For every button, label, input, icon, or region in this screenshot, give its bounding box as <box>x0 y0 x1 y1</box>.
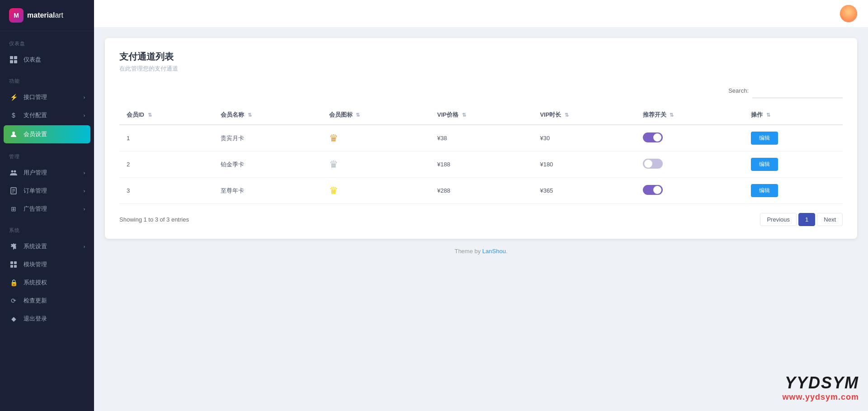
module-icon <box>9 260 18 269</box>
section-label-system: 系统 <box>0 218 94 237</box>
sidebar-item-logout[interactable]: ◆ 退出登录 <box>0 310 94 328</box>
svg-point-6 <box>14 170 16 173</box>
main-content: 支付通道列表 在此管理您的支付通道 Search: 会员ID ⇅ 会员名称 <box>94 0 868 411</box>
cell-action: 编辑 <box>744 178 843 204</box>
sidebar-item-module-manage[interactable]: 模块管理 <box>0 255 94 274</box>
sidebar-item-user-manage[interactable]: 用户管理 › <box>0 164 94 182</box>
cell-action: 编辑 <box>744 125 843 151</box>
sidebar-item-auth-label: 系统授权 <box>24 279 47 287</box>
ad-icon: ⊞ <box>9 204 18 213</box>
logout-icon: ◆ <box>9 314 18 323</box>
table-row: 2 铂金季卡 ♛ ¥188 ¥180 编辑 <box>119 151 843 178</box>
sidebar-item-api-manage[interactable]: ⚡ 接口管理 › <box>0 88 94 106</box>
sidebar-item-dashboard[interactable]: 仪表盘 <box>0 51 94 69</box>
cell-duration: ¥365 <box>533 178 635 204</box>
sort-icon: ⇅ <box>356 112 360 118</box>
sidebar-item-system-auth[interactable]: 🔒 系统授权 <box>0 274 94 292</box>
grid-icon <box>9 55 18 64</box>
footer-text: Theme by <box>454 248 482 255</box>
svg-rect-3 <box>14 60 17 63</box>
sidebar-item-ad-label: 广告管理 <box>24 205 47 213</box>
sidebar-item-system-settings[interactable]: 系统设置 › <box>0 237 94 255</box>
table-row: 3 至尊年卡 ♛ ¥288 ¥365 编辑 <box>119 178 843 204</box>
cell-action: 编辑 <box>744 151 843 178</box>
toggle-switch[interactable] <box>643 132 663 142</box>
sidebar-item-module-label: 模块管理 <box>24 260 47 269</box>
svg-rect-13 <box>14 261 17 264</box>
search-input[interactable] <box>752 84 843 98</box>
table-row: 1 贵宾月卡 ♛ ¥38 ¥30 编辑 <box>119 125 843 151</box>
footer-link[interactable]: LanShou <box>482 248 506 255</box>
page-subtitle: 在此管理您的支付通道 <box>119 65 843 73</box>
sort-icon: ⇅ <box>248 112 252 118</box>
chevron-icon: › <box>84 95 85 100</box>
sidebar-item-system-settings-label: 系统设置 <box>24 242 47 250</box>
order-icon <box>9 186 18 195</box>
sort-icon: ⇅ <box>565 112 569 118</box>
svg-rect-14 <box>10 265 13 268</box>
sidebar-item-check-update[interactable]: ⟳ 检查更新 <box>0 292 94 310</box>
cell-price: ¥38 <box>430 125 533 151</box>
page-title: 支付通道列表 <box>119 51 843 63</box>
cell-name: 贵宾月卡 <box>213 125 321 151</box>
svg-point-5 <box>11 170 14 173</box>
data-table: 会员ID ⇅ 会员名称 ⇅ 会员图标 ⇅ VIP价格 <box>119 105 843 204</box>
section-label-manage: 管理 <box>0 144 94 164</box>
sort-icon: ⇅ <box>462 112 466 118</box>
cell-duration: ¥180 <box>533 151 635 178</box>
cell-icon: ♛ <box>322 125 430 151</box>
svg-rect-15 <box>14 265 17 268</box>
cell-toggle[interactable] <box>636 125 744 151</box>
sidebar-item-order-manage[interactable]: 订单管理 › <box>0 182 94 200</box>
pagination-area: Showing 1 to 3 of 3 entries Previous 1 N… <box>119 213 843 226</box>
dollar-icon: $ <box>9 111 18 120</box>
chevron-icon: › <box>84 244 85 249</box>
edit-button[interactable]: 编辑 <box>751 158 778 171</box>
next-button[interactable]: Next <box>817 213 843 226</box>
api-icon: ⚡ <box>9 93 18 102</box>
svg-rect-0 <box>10 56 13 59</box>
cell-toggle[interactable] <box>636 178 744 204</box>
cell-id: 1 <box>119 125 213 151</box>
edit-button[interactable]: 编辑 <box>751 132 778 145</box>
svg-rect-12 <box>10 261 13 264</box>
search-bar: Search: <box>119 84 843 98</box>
cell-id: 3 <box>119 178 213 204</box>
footer-suffix: . <box>506 248 508 255</box>
toggle-switch[interactable] <box>643 159 663 169</box>
cell-duration: ¥30 <box>533 125 635 151</box>
content-area: 支付通道列表 在此管理您的支付通道 Search: 会员ID ⇅ 会员名称 <box>94 27 868 411</box>
sidebar-item-ad-manage[interactable]: ⊞ 广告管理 › <box>0 200 94 218</box>
sort-icon: ⇅ <box>766 112 770 118</box>
edit-button[interactable]: 编辑 <box>751 184 778 197</box>
table-body: 1 贵宾月卡 ♛ ¥38 ¥30 编辑 2 铂金季卡 ♛ ¥188 ¥180 编… <box>119 125 843 204</box>
toggle-switch[interactable] <box>643 185 663 195</box>
cell-name: 铂金季卡 <box>213 151 321 178</box>
sidebar-item-logout-label: 退出登录 <box>24 315 47 323</box>
table-head: 会员ID ⇅ 会员名称 ⇅ 会员图标 ⇅ VIP价格 <box>119 105 843 125</box>
avatar[interactable] <box>840 5 857 22</box>
svg-rect-1 <box>14 56 17 59</box>
previous-button[interactable]: Previous <box>760 213 797 226</box>
sidebar-item-member-label: 会员设置 <box>24 130 47 138</box>
col-action: 操作 ⇅ <box>744 105 843 125</box>
sidebar-item-member-settings[interactable]: 会员设置 <box>4 125 90 143</box>
svg-rect-2 <box>10 60 13 63</box>
crown-gold-icon: ♛ <box>329 185 338 196</box>
cell-toggle[interactable] <box>636 151 744 178</box>
col-duration: VIP时长 ⇅ <box>533 105 635 125</box>
cell-price: ¥288 <box>430 178 533 204</box>
page-1-button[interactable]: 1 <box>798 213 815 226</box>
sidebar-item-dashboard-label: 仪表盘 <box>24 56 41 64</box>
col-id: 会员ID ⇅ <box>119 105 213 125</box>
cell-icon: ♛ <box>322 151 430 178</box>
sort-icon: ⇅ <box>670 112 674 118</box>
chevron-icon: › <box>84 207 85 212</box>
cell-id: 2 <box>119 151 213 178</box>
sort-icon: ⇅ <box>148 112 152 118</box>
sidebar-item-user-label: 用户管理 <box>24 169 47 177</box>
users-icon <box>9 168 18 177</box>
sidebar-item-payment-label: 支付配置 <box>24 111 47 119</box>
crown-silver-icon: ♛ <box>329 159 338 170</box>
sidebar-item-payment-config[interactable]: $ 支付配置 › <box>0 106 94 124</box>
